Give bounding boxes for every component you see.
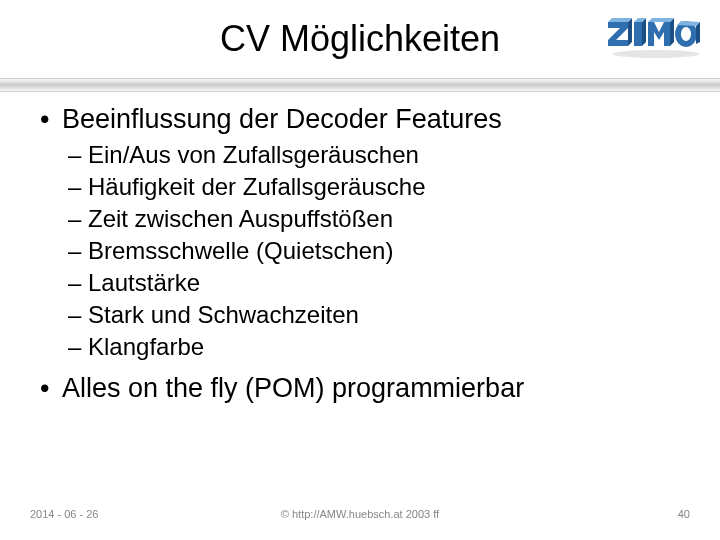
slide: CV Möglichkeiten <box>0 0 720 540</box>
brand-logo <box>606 16 702 64</box>
bullet-text: Zeit zwischen Auspuffstößen <box>88 205 393 232</box>
svg-marker-0 <box>608 22 628 46</box>
svg-point-11 <box>612 50 700 58</box>
header-divider <box>0 78 720 92</box>
footer-copyright: © http://AMW.huebsch.at 2003 ff <box>0 508 720 520</box>
bullet-text: Ein/Aus von Zufallsgeräuschen <box>88 141 419 168</box>
slide-header: CV Möglichkeiten <box>0 0 720 96</box>
bullet-text: Bremsschwelle (Quietschen) <box>88 237 393 264</box>
svg-marker-7 <box>670 18 674 46</box>
footer-page-number: 40 <box>678 508 690 520</box>
svg-marker-1 <box>628 18 632 46</box>
bullet-text: Klangfarbe <box>88 333 204 360</box>
svg-marker-8 <box>648 18 674 22</box>
svg-rect-3 <box>634 22 642 46</box>
bullet-level2: Ein/Aus von Zufallsgeräuschen <box>36 141 684 169</box>
bullet-text: Beeinflussung der Decoder Features <box>62 104 502 134</box>
svg-marker-2 <box>608 18 632 22</box>
svg-marker-4 <box>642 18 646 46</box>
bullet-level2: Häufigkeit der Zufallsgeräusche <box>36 173 684 201</box>
bullet-level2: Lautstärke <box>36 269 684 297</box>
bullet-level1: Beeinflussung der Decoder Features <box>36 104 684 135</box>
bullet-level2: Bremsschwelle (Quietschen) <box>36 237 684 265</box>
bullet-level1: Alles on the fly (POM) programmierbar <box>36 373 684 404</box>
bullet-level2: Klangfarbe <box>36 333 684 361</box>
bullet-level2: Zeit zwischen Auspuffstößen <box>36 205 684 233</box>
zimo-logo-icon <box>606 16 702 60</box>
slide-body: Beeinflussung der Decoder Features Ein/A… <box>36 104 684 410</box>
bullet-text: Stark und Schwachzeiten <box>88 301 359 328</box>
bullet-text: Alles on the fly (POM) programmierbar <box>62 373 524 403</box>
bullet-text: Lautstärke <box>88 269 200 296</box>
bullet-text: Häufigkeit der Zufallsgeräusche <box>88 173 426 200</box>
slide-footer: 2014 - 06 - 26 © http://AMW.huebsch.at 2… <box>0 508 720 526</box>
svg-marker-6 <box>648 22 670 46</box>
bullet-level2: Stark und Schwachzeiten <box>36 301 684 329</box>
